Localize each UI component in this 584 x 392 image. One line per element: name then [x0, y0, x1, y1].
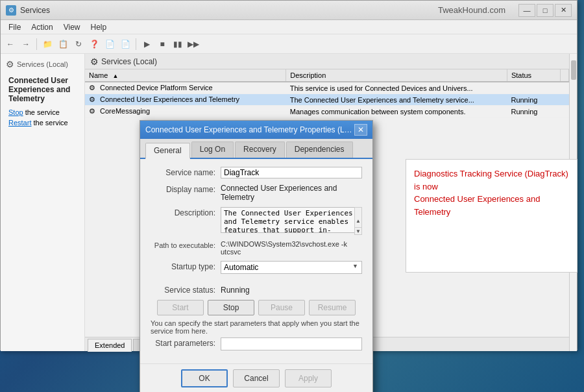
stop-button[interactable]: Stop	[208, 300, 254, 315]
folder-button[interactable]: 📁	[40, 37, 55, 51]
properties-dialog: Connected User Experiences and Telemetry…	[140, 120, 373, 392]
ok-button[interactable]: OK	[181, 369, 228, 387]
services-icon: ⚙	[6, 59, 14, 69]
app-icon: ⚙	[6, 5, 16, 16]
service-control-buttons: Start Stop Pause Resume	[151, 300, 362, 315]
table-row[interactable]: ⚙ CoreMessaging Manages communication be…	[85, 106, 569, 117]
tab-recovery[interactable]: Recovery	[235, 141, 285, 158]
dialog-footer: OK Cancel Apply	[140, 363, 372, 392]
service-name-cell: ⚙ CoreMessaging	[85, 106, 286, 117]
window-title: Services	[20, 6, 438, 15]
refresh-button[interactable]: ↻	[71, 37, 86, 51]
apply-button: Apply	[285, 369, 332, 387]
service-detail: Connected User Experiences and Telemetry…	[3, 72, 82, 130]
restart-text: the service	[31, 119, 67, 127]
startup-type-label: Startup type:	[151, 261, 215, 271]
spacer	[151, 279, 362, 286]
col-status[interactable]: Status	[507, 69, 560, 82]
help-button[interactable]: ❓	[87, 37, 101, 51]
start-params-input[interactable]	[221, 337, 362, 350]
forward-button[interactable]: →	[19, 37, 33, 51]
cancel-button[interactable]: Cancel	[233, 369, 280, 387]
menu-bar: File Action View Help	[1, 20, 577, 34]
info-line3: Connected User Experiences and Telemetry	[414, 194, 540, 217]
service-desc-cell: Manages communication between system com…	[286, 106, 507, 117]
start-button[interactable]: Start	[157, 300, 204, 315]
col-name[interactable]: Name ▲	[85, 69, 286, 82]
scrollbar-thumb[interactable]	[571, 60, 576, 80]
tab-dependencies[interactable]: Dependencies	[286, 141, 353, 158]
path-value: C:\WINDOWS\System32\svchost.exe -k utcsv…	[221, 240, 362, 256]
toolbar: ← → 📁 📋 ↻ ❓ 📄 📄 ▶ ■ ▮▮ ▶▶	[1, 34, 577, 54]
service-status-row: Service status: Running	[151, 286, 362, 295]
menu-file[interactable]: File	[3, 21, 26, 33]
services-table: Name ▲ Description Status ⚙ Con	[85, 69, 569, 117]
stop-link[interactable]: Stop	[8, 108, 23, 116]
info-line2: is now	[414, 182, 438, 191]
path-label: Path to executable:	[151, 240, 215, 249]
service-status-cell	[507, 82, 560, 94]
menu-help[interactable]: Help	[86, 21, 112, 33]
restart-service-link[interactable]: Restart the service	[8, 119, 77, 127]
minimize-button[interactable]: —	[518, 4, 535, 17]
service-status-value: Running	[221, 286, 250, 295]
dialog-close-button[interactable]: ✕	[354, 124, 367, 136]
info-line1: Diagnostics Tracking Service (DiagTrack)	[414, 169, 568, 178]
service-name-cell: ⚙ Connected Device Platform Service	[85, 82, 286, 94]
start-params-desc: You can specify the start parameters tha…	[151, 319, 362, 335]
description-textarea: The Connected User Experiences and Telem…	[221, 207, 362, 233]
menu-action[interactable]: Action	[26, 21, 58, 33]
back-button[interactable]: ←	[3, 37, 18, 51]
table-row[interactable]: ⚙ Connected Device Platform Service This…	[85, 82, 569, 94]
brand-text: TweakHound.com	[438, 5, 505, 15]
tab-general[interactable]: General	[145, 143, 190, 159]
left-panel: ⚙ Services (Local) Connected User Experi…	[1, 54, 85, 351]
display-name-row: Display name: Connected User Experiences…	[151, 184, 362, 202]
info-card: Diagnostics Tracking Service (DiagTrack)…	[406, 159, 578, 273]
display-name-label: Display name:	[151, 184, 215, 194]
service-name-label: Service name:	[151, 167, 215, 177]
service-status-cell: Running	[507, 106, 560, 117]
doc2-button[interactable]: 📄	[118, 37, 132, 51]
start-params-row: Start parameters:	[151, 337, 362, 350]
toolbar-separator-1	[36, 38, 37, 50]
play-button[interactable]: ▶	[140, 37, 154, 51]
service-desc-cell: This service is used for Connected Devic…	[286, 82, 507, 94]
service-name-input[interactable]	[221, 167, 362, 178]
restart-link[interactable]: Restart	[8, 119, 31, 127]
service-status-cell: Running	[507, 94, 560, 106]
skip-button[interactable]: ▶▶	[186, 37, 201, 51]
table-row[interactable]: ⚙ Connected User Experiences and Telemet…	[85, 94, 569, 106]
dialog-tabs: General Log On Recovery Dependencies	[140, 139, 372, 159]
menu-view[interactable]: View	[58, 21, 86, 33]
pause-toolbar-button[interactable]: ▮▮	[171, 37, 185, 51]
copy-button[interactable]: 📋	[56, 37, 70, 51]
sort-arrow: ▲	[112, 73, 118, 79]
description-label: Description:	[151, 207, 215, 217]
startup-type-select[interactable]: Automatic Automatic (Delayed Start) Manu…	[221, 261, 362, 274]
maximize-button[interactable]: □	[537, 4, 554, 17]
startup-type-select-wrapper: Automatic Automatic (Delayed Start) Manu…	[221, 261, 362, 274]
service-status-label: Service status:	[151, 286, 215, 295]
services-list-title: Services (Local)	[101, 57, 157, 66]
title-bar: ⚙ Services TweakHound.com — □ ✕	[1, 1, 577, 20]
tab-extended[interactable]: Extended	[88, 339, 132, 352]
tab-logon[interactable]: Log On	[191, 141, 234, 158]
dialog-title-bar: Connected User Experiences and Telemetry…	[140, 121, 372, 139]
service-name-row: Service name:	[151, 167, 362, 178]
pause-button[interactable]: Pause	[258, 300, 305, 315]
display-name-value: Connected User Experiences and Telemetry	[221, 184, 362, 202]
services-list-icon: ⚙	[90, 56, 99, 67]
doc-button[interactable]: 📄	[103, 37, 117, 51]
left-panel-title: Services (Local)	[17, 60, 68, 68]
stop-service-link[interactable]: Stop the service	[8, 108, 77, 116]
close-button[interactable]: ✕	[555, 4, 572, 17]
dialog-title-text: Connected User Experiences and Telemetry…	[145, 125, 354, 134]
left-panel-header: ⚙ Services (Local)	[3, 56, 82, 72]
stop-toolbar-button[interactable]: ■	[155, 37, 169, 51]
startup-type-row: Startup type: Automatic Automatic (Delay…	[151, 261, 362, 274]
col-extra[interactable]	[561, 69, 569, 82]
services-list-header: ⚙ Services (Local)	[85, 54, 569, 69]
col-description[interactable]: Description	[286, 69, 507, 82]
resume-button[interactable]: Resume	[309, 300, 356, 315]
